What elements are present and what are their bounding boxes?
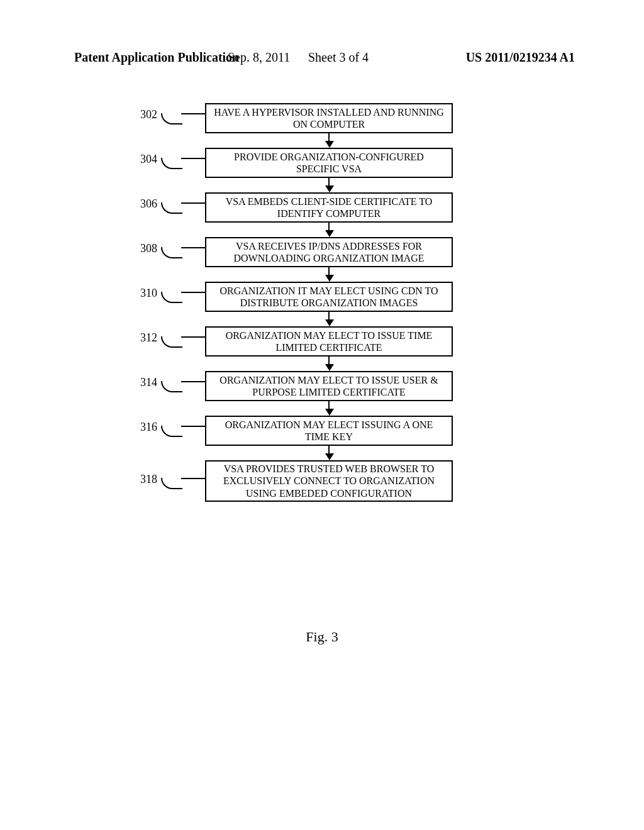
step-ref-318: 318 (132, 473, 157, 486)
arrow-head-icon (325, 364, 334, 371)
step-ref-304: 304 (132, 153, 157, 166)
step-ref-312: 312 (132, 331, 157, 345)
header-date: Sep. 8, 2011 (228, 50, 290, 65)
leader-line-icon (181, 336, 205, 338)
step-ref-314: 314 (132, 376, 157, 389)
flow-step-text: VSA PROVIDES TRUSTED WEB BROWSER TO EXCL… (213, 463, 445, 499)
figure-caption: Fig. 3 (0, 629, 644, 645)
flow-step-text: VSA EMBEDS CLIENT-SIDE CERTIFICATE TO ID… (213, 196, 445, 219)
flow-step-306: VSA EMBEDS CLIENT-SIDE CERTIFICATE TO ID… (205, 192, 453, 223)
leader-line-icon (181, 478, 205, 479)
step-ref-310: 310 (132, 287, 157, 300)
leader-line-icon (161, 381, 182, 392)
flow-step-text: ORGANIZATION MAY ELECT TO ISSUE USER & P… (213, 374, 445, 398)
leader-line-icon (181, 426, 205, 427)
leader-line-icon (181, 113, 205, 114)
flow-step-318: VSA PROVIDES TRUSTED WEB BROWSER TO EXCL… (205, 460, 453, 502)
arrow-head-icon (325, 453, 334, 460)
flow-step-304: PROVIDE ORGANIZATION-CONFIGURED SPECIFIC… (205, 148, 453, 178)
arrow-head-icon (325, 230, 334, 237)
leader-line-icon (181, 292, 205, 293)
leader-line-icon (181, 158, 205, 159)
flow-step-text: ORGANIZATION MAY ELECT ISSUING A ONE TIM… (213, 419, 445, 443)
header-sheet-number: Sheet 3 of 4 (308, 50, 369, 65)
leader-line-icon (161, 247, 182, 258)
flow-step-text: ORGANIZATION IT MAY ELECT USING CDN TO D… (213, 285, 445, 309)
flow-step-text: VSA RECEIVES IP/DNS ADDRESSES FOR DOWNLO… (213, 240, 445, 264)
header-publication-label: Patent Application Publication (74, 50, 239, 65)
leader-line-icon (161, 292, 182, 303)
arrow-head-icon (325, 141, 334, 148)
leader-line-icon (161, 426, 182, 437)
flow-step-302: HAVE A HYPERVISOR INSTALLED AND RUNNING … (205, 103, 453, 133)
leader-line-icon (181, 247, 205, 248)
header-publication-number: US 2011/0219234 A1 (466, 50, 575, 65)
leader-line-icon (181, 202, 205, 204)
arrow-head-icon (325, 409, 334, 416)
arrow-head-icon (325, 275, 334, 282)
page: Patent Application Publication Sep. 8, 2… (0, 0, 644, 830)
flow-step-316: ORGANIZATION MAY ELECT ISSUING A ONE TIM… (205, 416, 453, 446)
flow-step-text: HAVE A HYPERVISOR INSTALLED AND RUNNING … (213, 106, 445, 130)
leader-line-icon (161, 336, 182, 348)
flow-step-310: ORGANIZATION IT MAY ELECT USING CDN TO D… (205, 282, 453, 312)
leader-line-icon (181, 381, 205, 382)
step-ref-316: 316 (132, 421, 157, 434)
step-ref-302: 302 (132, 108, 157, 121)
flow-step-312: ORGANIZATION MAY ELECT TO ISSUE TIME LIM… (205, 326, 453, 357)
leader-line-icon (161, 478, 182, 489)
leader-line-icon (161, 158, 182, 169)
leader-line-icon (161, 113, 182, 124)
flow-step-314: ORGANIZATION MAY ELECT TO ISSUE USER & P… (205, 371, 453, 401)
step-ref-308: 308 (132, 242, 157, 255)
flow-step-308: VSA RECEIVES IP/DNS ADDRESSES FOR DOWNLO… (205, 237, 453, 267)
arrow-head-icon (325, 185, 334, 192)
leader-line-icon (161, 202, 182, 214)
flow-step-text: PROVIDE ORGANIZATION-CONFIGURED SPECIFIC… (213, 151, 445, 175)
step-ref-306: 306 (132, 197, 157, 211)
arrow-head-icon (325, 319, 334, 326)
flow-step-text: ORGANIZATION MAY ELECT TO ISSUE TIME LIM… (213, 329, 445, 353)
